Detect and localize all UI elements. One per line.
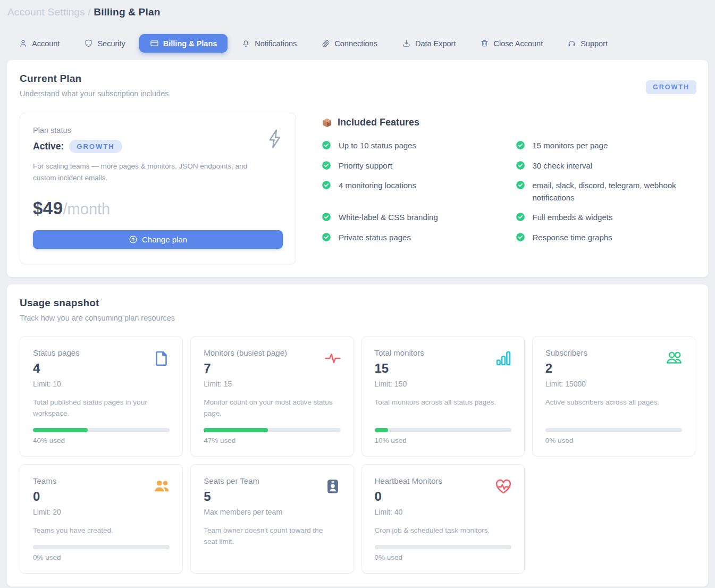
usage-card-limit: Limit: 20 <box>33 508 170 516</box>
usage-progress-fill <box>375 428 389 432</box>
file-icon <box>153 349 171 367</box>
usage-progress-bar <box>33 545 170 549</box>
usage-card-title: Teams <box>33 476 170 485</box>
feature-item: 4 monitoring locations <box>322 180 497 204</box>
tab-data-export[interactable]: Data Export <box>391 34 467 53</box>
usage-title: Usage snapshot <box>20 297 695 309</box>
feature-item: Private status pages <box>322 232 497 244</box>
tab-connections[interactable]: Connections <box>310 34 388 53</box>
id-badge-icon <box>324 477 342 495</box>
usage-card-description: Team owner doesn't count toward the seat… <box>204 525 340 548</box>
feature-item: White-label & CSS branding <box>322 212 497 224</box>
package-icon <box>322 117 332 128</box>
features-list: Up to 10 status pages Priority support 4… <box>322 140 695 243</box>
usage-card-limit: Limit: 15 <box>204 380 340 388</box>
usage-card-teams: Teams 0 Limit: 20 Teams you have created… <box>20 464 183 574</box>
usage-progress-bar <box>204 428 340 432</box>
usage-card-value: 5 <box>204 489 340 504</box>
plan-name-badge: GROWTH <box>69 140 122 153</box>
usage-card-heartbeat-monitors: Heartbeat Monitors 0 Limit: 40 Cron job … <box>361 464 525 574</box>
feature-label: 4 monitoring locations <box>339 180 416 204</box>
check-circle-icon <box>322 161 331 172</box>
feature-label: Up to 10 status pages <box>339 140 416 152</box>
usage-card-title: Status pages <box>33 348 170 357</box>
usage-card-total-monitors: Total monitors 15 Limit: 150 Total monit… <box>361 336 525 457</box>
plan-status-card: Plan status Active: GROWTH For scaling t… <box>20 113 296 264</box>
change-plan-button[interactable]: Change plan <box>33 230 283 249</box>
tab-label: Billing & Plans <box>163 39 217 48</box>
tab-label: Account <box>32 39 60 48</box>
plan-status-value: Active: <box>33 141 64 152</box>
usage-card-limit: Limit: 40 <box>375 508 511 516</box>
usage-progress-bar <box>375 545 511 549</box>
change-plan-label: Change plan <box>142 235 187 244</box>
current-plan-subtitle: Understand what your subscription includ… <box>20 89 695 98</box>
tab-billing-plans[interactable]: Billing & Plans <box>139 34 228 53</box>
usage-card-limit: Max members per team <box>204 508 340 516</box>
tab-support[interactable]: Support <box>557 34 618 53</box>
usage-card-description: Teams you have created. <box>33 525 170 536</box>
usage-progress-bar <box>375 428 511 432</box>
tab-account[interactable]: Account <box>8 34 70 53</box>
check-circle-icon <box>322 140 331 152</box>
feature-label: 30 check interval <box>533 160 593 172</box>
tab-close-account[interactable]: Close Account <box>469 34 553 53</box>
trash-icon <box>480 39 489 48</box>
tab-label: Security <box>97 39 125 48</box>
shield-icon <box>84 39 93 48</box>
plan-description: For scaling teams — more pages & monitor… <box>33 161 252 184</box>
current-plan-title: Current Plan <box>20 73 695 85</box>
usage-card-seats-per-team: Seats per Team 5 Max members per team Te… <box>190 464 354 574</box>
check-circle-icon <box>516 232 525 244</box>
usage-percent-label: 0% used <box>375 553 511 561</box>
feature-label: White-label & CSS branding <box>339 212 438 224</box>
credit-card-icon <box>150 39 159 48</box>
usage-card-description: Total monitors across all status pages. <box>375 397 511 408</box>
usage-card-status-pages: Status pages 4 Limit: 10 Total published… <box>20 336 183 457</box>
usage-card-value: 7 <box>204 361 340 376</box>
tab-security[interactable]: Security <box>73 34 136 53</box>
usage-card-title: Monitors (busiest page) <box>204 348 340 357</box>
usage-card-value: 2 <box>545 361 682 376</box>
plan-price-period: /month <box>63 200 111 217</box>
users-filled-icon <box>153 477 171 495</box>
usage-card-monitors-busiest-page: Monitors (busiest page) 7 Limit: 15 Moni… <box>190 336 354 457</box>
feature-label: Priority support <box>339 160 392 172</box>
tab-label: Notifications <box>255 39 297 48</box>
arrow-up-circle-icon <box>129 235 138 244</box>
usage-progress-bar <box>545 428 682 432</box>
check-circle-icon <box>322 180 331 204</box>
usage-card-description: Monitor count on your most active status… <box>204 397 340 419</box>
check-circle-icon <box>516 140 525 152</box>
included-features-title: Included Features <box>338 117 419 128</box>
tab-label: Support <box>581 39 608 48</box>
included-features: Included Features Up to 10 status pages … <box>322 113 695 243</box>
plan-status-label: Plan status <box>33 126 283 135</box>
tab-label: Data Export <box>415 39 456 48</box>
tab-label: Connections <box>334 39 377 48</box>
feature-item: email, slack, discord, telegram, webhook… <box>516 180 691 204</box>
settings-tab-bar: Account Security Billing & Plans Notific… <box>8 34 715 53</box>
tab-notifications[interactable]: Notifications <box>231 34 307 53</box>
check-circle-icon <box>516 212 525 224</box>
feature-label: Private status pages <box>339 232 411 244</box>
bar-chart-icon <box>494 349 512 367</box>
breadcrumb: Account Settings / Billing & Plan <box>0 0 715 18</box>
usage-progress-bar <box>33 428 170 432</box>
user-icon <box>19 39 28 48</box>
usage-progress-fill <box>204 428 268 432</box>
usage-card-title: Subscribers <box>545 348 682 357</box>
check-circle-icon <box>322 212 331 224</box>
current-plan-section: Current Plan Understand what your subscr… <box>6 60 709 278</box>
breadcrumb-section[interactable]: Account Settings / <box>7 6 91 18</box>
usage-card-description: Cron job & scheduled task monitors. <box>375 525 511 536</box>
headset-icon <box>567 39 576 48</box>
check-circle-icon <box>322 232 331 244</box>
usage-progress-fill <box>33 428 88 432</box>
usage-card-value: 4 <box>33 361 170 376</box>
feature-item: Priority support <box>322 160 497 172</box>
usage-card-value: 0 <box>33 489 170 504</box>
feature-item: 30 check interval <box>516 160 691 172</box>
usage-card-limit: Limit: 15000 <box>545 380 682 388</box>
page-title: Billing & Plan <box>94 6 160 18</box>
